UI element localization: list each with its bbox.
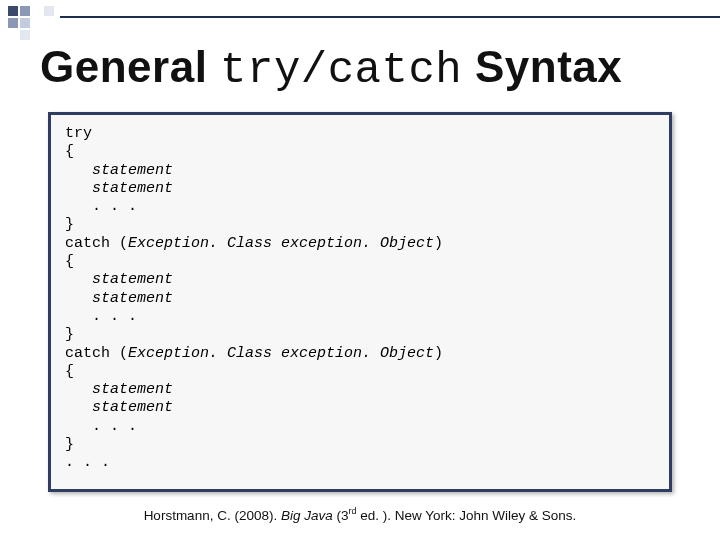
code-line: } (65, 436, 74, 453)
code-line: { (65, 253, 74, 270)
code-line: statement (65, 381, 173, 398)
code-line: statement (65, 271, 173, 288)
code-line: ) (434, 235, 443, 252)
code-line: . . . (65, 308, 137, 325)
citation-prefix: Horstmann, C. (2008). (144, 507, 281, 522)
code-line: Exception. Class exception. Object (128, 345, 434, 362)
code-line: { (65, 363, 74, 380)
code-line: statement (65, 399, 173, 416)
code-block: try { statement statement . . . } catch … (48, 112, 672, 492)
code-line: Exception. Class exception. Object (128, 235, 434, 252)
title-part2: Syntax (462, 42, 622, 91)
code-line: statement (65, 162, 173, 179)
code-line: . . . (65, 198, 137, 215)
corner-decoration (8, 6, 54, 40)
title-part1: General (40, 42, 220, 91)
code-line: ) (434, 345, 443, 362)
code-line: try (65, 125, 92, 142)
code-line: } (65, 216, 74, 233)
code-line: statement (65, 290, 173, 307)
code-line: . . . (65, 418, 137, 435)
citation-book: Big Java (281, 507, 333, 522)
slide-title: General try/catch Syntax (40, 42, 622, 95)
code-line: statement (65, 180, 173, 197)
citation-edition-open: (3 (333, 507, 349, 522)
code-line: } (65, 326, 74, 343)
citation-rest: ed. ). New York: John Wiley & Sons. (357, 507, 577, 522)
title-code: try/catch (220, 45, 462, 95)
code-line: { (65, 143, 74, 160)
citation-edition-sup: rd (348, 506, 356, 516)
code-line: . . . (65, 454, 110, 471)
code-line: catch ( (65, 345, 128, 362)
top-rule (60, 16, 720, 18)
code-line: catch ( (65, 235, 128, 252)
citation: Horstmann, C. (2008). Big Java (3rd ed. … (0, 506, 720, 523)
